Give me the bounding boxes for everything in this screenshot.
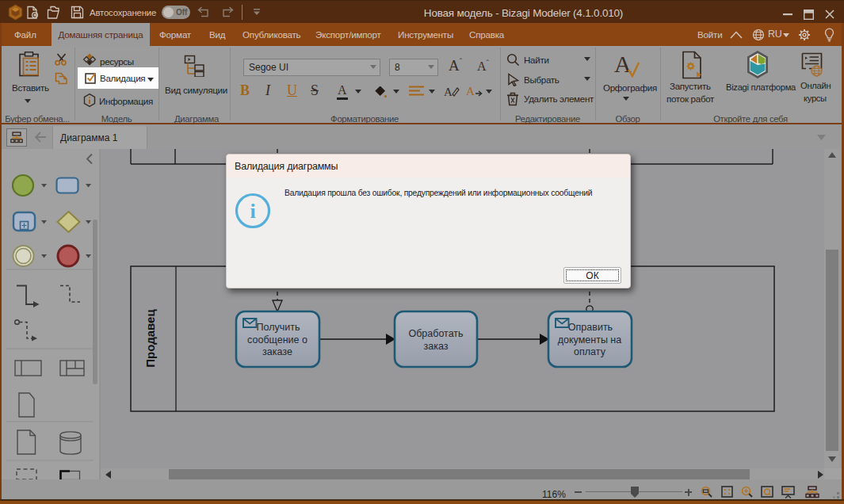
svg-text:A: A [444,86,453,98]
svg-text:i: i [250,200,255,223]
svg-text:оплату: оплату [574,346,606,357]
svg-text:заказе: заказе [262,346,292,357]
svg-text:сообщение о: сообщение о [247,334,307,346]
svg-text:заказ: заказ [424,341,449,352]
svg-text:Продавец: Продавец [143,309,157,368]
svg-text:Обработать: Обработать [408,328,463,339]
svg-text:A: A [466,85,475,97]
svg-text:A: A [614,51,632,77]
svg-text:Получить: Получить [257,322,300,333]
svg-text:документы на: документы на [558,334,621,346]
svg-text:Оправить: Оправить [568,322,613,333]
